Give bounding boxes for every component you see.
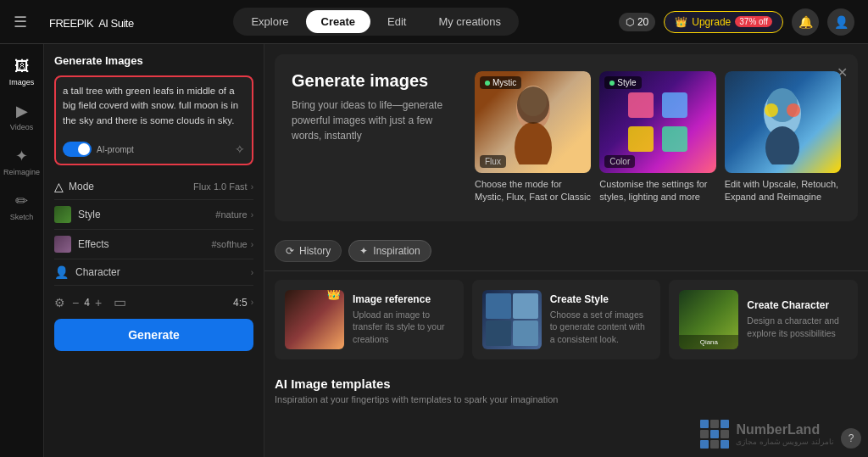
style-thumbnail <box>54 206 71 223</box>
icon-sidebar: 🖼 Images ▶ Videos ✦ Reimagine ✏ Sketch <box>0 44 44 457</box>
welcome-card-mystic-image: Mystic Flux <box>475 71 591 173</box>
feature-card-image-reference[interactable]: 👑 Image reference Upload an image to tra… <box>275 280 464 359</box>
videos-icon: ▶ <box>16 102 28 120</box>
feature-card-create-character[interactable]: Qiana Create Character Design a characte… <box>669 280 858 359</box>
ai-templates-section: AI Image templates Inspiration at your f… <box>264 368 868 408</box>
settings-icon[interactable]: ⚙ <box>54 296 65 309</box>
count-value: 4 <box>84 297 90 309</box>
welcome-card-edit[interactable]: Edit with Upscale, Retouch, Expand and R… <box>725 71 841 204</box>
count-minus-button[interactable]: − <box>72 296 79 309</box>
watermark: NumberLand نامرلند سرویس شماره مجازی <box>700 420 834 449</box>
color-badge: Color <box>604 155 635 168</box>
mode-option-row[interactable]: △ Mode Flux 1.0 Fast › <box>54 174 253 200</box>
nav-my-creations[interactable]: My creations <box>423 10 516 33</box>
style-value: #nature › <box>215 209 253 220</box>
svg-point-11 <box>787 103 800 117</box>
count-control: − 4 + <box>72 296 102 309</box>
welcome-card-style[interactable]: Style Color Customise the settings for s… <box>599 71 715 204</box>
count-plus-button[interactable]: + <box>95 296 102 309</box>
nav-create[interactable]: Create <box>306 10 370 33</box>
feature-create-style-desc: Choose a set of images to generate conte… <box>550 309 651 346</box>
upgrade-button[interactable]: 👑 Upgrade 37% off <box>664 11 783 33</box>
feature-image-reference-title: Image reference <box>353 293 453 305</box>
hamburger-menu[interactable]: ☰ <box>14 13 27 31</box>
welcome-description: Bring your ideas to life—generate powerf… <box>292 98 461 143</box>
tab-inspiration[interactable]: ✦ Inspiration <box>348 240 431 262</box>
welcome-content: Generate images Bring your ideas to life… <box>292 71 841 204</box>
character-label: Character <box>75 266 120 278</box>
badge-dot <box>485 81 490 86</box>
watermark-brand: NumberLand <box>736 422 834 437</box>
mode-icon: △ <box>54 180 64 193</box>
sidebar-item-videos[interactable]: ▶ Videos <box>3 95 42 138</box>
welcome-card-mystic-title: Choose the mode for Mystic, Flux, Fast o… <box>475 178 591 204</box>
sidebar-item-sketch[interactable]: ✏ Sketch <box>3 185 42 228</box>
create-style-thumb <box>482 290 542 349</box>
svg-rect-5 <box>662 92 687 118</box>
ai-prompt-label: AI-prompt <box>97 145 134 154</box>
create-character-thumb: Qiana <box>679 290 738 349</box>
watermark-logo: NumberLand نامرلند سرویس شماره مجازی <box>700 420 834 449</box>
tab-history[interactable]: ⟳ History <box>275 240 342 262</box>
svg-rect-7 <box>662 126 687 152</box>
welcome-card-mystic[interactable]: Mystic Flux Choose the mode for Mystic, … <box>475 71 591 204</box>
credits-count: 20 <box>637 16 648 28</box>
avatar-button[interactable]: 👤 <box>827 8 854 36</box>
ai-templates-description: Inspiration at your fingertips with temp… <box>275 394 858 404</box>
credits-icon: ⬡ <box>626 16 634 28</box>
welcome-text: Generate images Bring your ideas to life… <box>292 71 461 143</box>
nav-explore[interactable]: Explore <box>236 10 303 33</box>
sidebar-item-reimagine[interactable]: ✦ Reimagine <box>3 140 42 183</box>
images-icon: 🖼 <box>14 58 30 75</box>
effects-chevron: › <box>251 240 253 249</box>
prompt-text[interactable]: a tall tree with green leafs in middle o… <box>63 84 245 135</box>
history-label: History <box>299 245 331 257</box>
inspiration-icon: ✦ <box>359 245 368 257</box>
content-tabs: ⟳ History ✦ Inspiration <box>264 231 868 271</box>
bottom-controls: ⚙ − 4 + ▭ 4:5 › <box>54 294 253 310</box>
feature-create-character-title: Create Character <box>747 299 848 311</box>
feature-create-style-info: Create Style Choose a set of images to g… <box>550 293 651 346</box>
feature-card-create-style[interactable]: Create Style Choose a set of images to g… <box>472 280 661 359</box>
effects-option-row[interactable]: Effects #softhue › <box>54 230 253 259</box>
top-navigation: ☰ FREEPIKAI Suite Explore Create Edit My… <box>0 0 868 44</box>
mode-left: △ Mode <box>54 180 94 193</box>
ai-prompt-toggle[interactable] <box>63 142 92 157</box>
notifications-button[interactable]: 🔔 <box>792 8 819 36</box>
character-option-row[interactable]: 👤 Character › <box>54 259 253 286</box>
sidebar-videos-label: Videos <box>10 123 33 131</box>
layout-icon[interactable]: ▭ <box>114 294 126 310</box>
ai-templates-title: AI Image templates <box>275 376 858 391</box>
left-panel: Generate Images a tall tree with green l… <box>44 44 264 457</box>
panel-title: Generate Images <box>54 54 253 67</box>
sidebar-images-label: Images <box>9 78 35 86</box>
style-badge: Style <box>604 76 641 89</box>
style-option-row[interactable]: Style #nature › <box>54 200 253 230</box>
prompt-box: a tall tree with green leafs in middle o… <box>54 75 253 165</box>
nav-right-controls: ⬡ 20 👑 Upgrade 37% off 🔔 👤 <box>619 8 854 36</box>
main-layout: 🖼 Images ▶ Videos ✦ Reimagine ✏ Sketch G… <box>0 44 868 457</box>
crown-icon: 👑 <box>675 16 687 28</box>
welcome-cards: Mystic Flux Choose the mode for Mystic, … <box>475 71 841 204</box>
effects-value: #softhue › <box>211 239 253 249</box>
generate-button[interactable]: Generate <box>54 319 253 351</box>
svg-point-2 <box>515 122 552 164</box>
svg-point-3 <box>517 86 549 124</box>
welcome-card-style-title: Customise the settings for styles, light… <box>599 178 715 204</box>
sidebar-reimagine-label: Reimagine <box>3 168 40 176</box>
watermark-grid <box>700 420 729 449</box>
ratio-control[interactable]: 4:5 › <box>233 297 253 309</box>
image-reference-thumb: 👑 <box>285 290 344 349</box>
sidebar-item-images[interactable]: 🖼 Images <box>3 51 42 93</box>
help-button[interactable]: ? <box>841 428 861 449</box>
credits-badge: ⬡ 20 <box>619 13 655 31</box>
inspiration-label: Inspiration <box>373 245 420 257</box>
feature-cards-row: 👑 Image reference Upload an image to tra… <box>264 271 868 368</box>
magic-wand-icon[interactable]: ✧ <box>235 142 245 156</box>
mode-value: Flux 1.0 Fast › <box>193 181 253 192</box>
ai-prompt-toggle-group: AI-prompt <box>63 142 134 157</box>
nav-edit[interactable]: Edit <box>372 10 421 33</box>
prompt-footer: AI-prompt ✧ <box>63 142 245 157</box>
main-content: ✕ Generate images Bring your ideas to li… <box>264 44 868 457</box>
mode-chevron: › <box>251 182 253 192</box>
